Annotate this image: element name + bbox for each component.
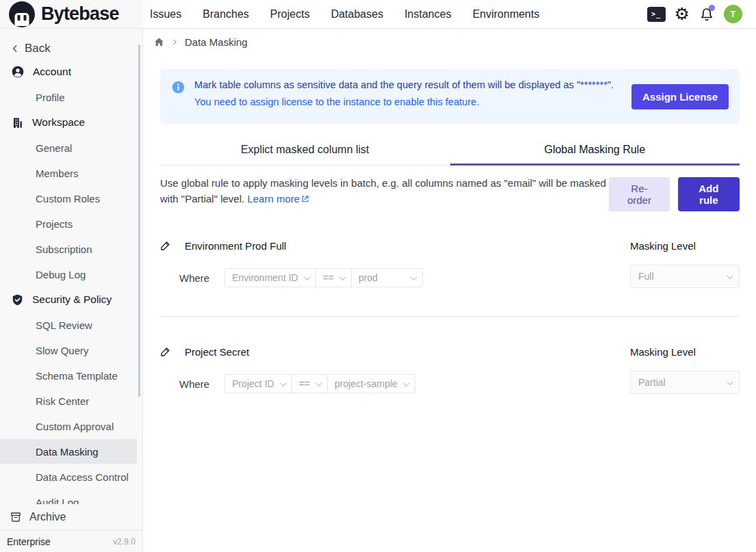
chevron-down-icon bbox=[410, 274, 417, 280]
sidebar-item-schema-template[interactable]: Schema Template bbox=[0, 363, 142, 388]
sidebar-item-custom-roles[interactable]: Custom Roles bbox=[0, 186, 142, 211]
archive-icon bbox=[10, 511, 22, 523]
sidebar-item-projects[interactable]: Projects bbox=[0, 211, 142, 236]
nav-item-databases[interactable]: Databases bbox=[331, 8, 384, 21]
rule-project-secret: Project Secret Where Project ID == bbox=[160, 345, 740, 394]
chevron-down-icon bbox=[403, 380, 410, 386]
nav-links: Issues Branches Projects Databases Insta… bbox=[143, 0, 539, 28]
notification-bell[interactable] bbox=[699, 6, 715, 23]
brand-name: Bytebase bbox=[41, 3, 119, 25]
learn-more-link[interactable]: Learn more bbox=[247, 193, 309, 205]
breadcrumb: Data Masking bbox=[144, 29, 756, 55]
nav-item-issues[interactable]: Issues bbox=[150, 8, 181, 21]
nav-item-environments[interactable]: Environments bbox=[473, 8, 540, 21]
masking-rules-list: Environment Prod Full Where Environment … bbox=[160, 239, 740, 394]
archive-label: Archive bbox=[29, 511, 66, 523]
sidebar-group-security-policy: Security & Policy bbox=[0, 287, 142, 312]
gear-icon[interactable]: ⚙ bbox=[675, 5, 690, 23]
sidebar-item-debug-log[interactable]: Debug Log bbox=[0, 262, 142, 287]
back-label: Back bbox=[25, 42, 51, 55]
condition-group: Environment ID == prod bbox=[224, 268, 423, 287]
add-rule-button[interactable]: Add rule bbox=[678, 177, 740, 211]
version-label: v2.9.0 bbox=[113, 537, 135, 547]
condition-operator-select[interactable]: == bbox=[315, 269, 351, 287]
home-icon[interactable] bbox=[153, 36, 165, 48]
page-body: Mark table columns as sensitive data and… bbox=[144, 69, 756, 394]
sidebar-item-data-access-control[interactable]: Data Access Control bbox=[0, 464, 142, 489]
sidebar-item-profile[interactable]: Profile bbox=[0, 85, 142, 109]
info-icon bbox=[171, 80, 185, 94]
masking-tabs: Explict masked column list Global Maskin… bbox=[160, 137, 740, 166]
tab-global-masking-rule[interactable]: Global Masking Rule bbox=[450, 137, 740, 166]
condition-value-select[interactable]: project-sample bbox=[327, 375, 415, 393]
settings-sidebar: Back Account Profile Workspace General bbox=[0, 29, 143, 552]
sidebar-item-data-masking[interactable]: Data Masking bbox=[0, 439, 137, 464]
avatar[interactable]: T bbox=[724, 5, 742, 23]
brand-logo[interactable]: Bytebase bbox=[0, 0, 143, 28]
masking-level-select[interactable]: Partial bbox=[630, 371, 740, 394]
sidebar-item-archive[interactable]: Archive bbox=[0, 504, 142, 530]
building-icon bbox=[11, 116, 24, 129]
sidebar-item-members[interactable]: Members bbox=[0, 161, 142, 185]
condition-operator-select[interactable]: == bbox=[291, 375, 327, 393]
sidebar-item-custom-approval[interactable]: Custom Approval bbox=[0, 414, 142, 438]
chevron-down-icon bbox=[727, 272, 733, 279]
sql-editor-icon[interactable]: >_ bbox=[647, 7, 666, 22]
breadcrumb-page: Data Masking bbox=[185, 36, 248, 48]
plan-badge: Enterprise bbox=[7, 536, 51, 547]
external-link-icon bbox=[301, 195, 309, 203]
rule-title: Project Secret bbox=[185, 346, 249, 358]
masking-level-label: Masking Level bbox=[630, 239, 740, 252]
nav-item-branches[interactable]: Branches bbox=[203, 8, 249, 21]
masking-level-select[interactable]: Full bbox=[630, 265, 740, 288]
group-label: Account bbox=[33, 66, 71, 78]
license-banner: Mark table columns as sensitive data and… bbox=[160, 69, 740, 124]
top-navigation: Bytebase Issues Branches Projects Databa… bbox=[0, 0, 756, 29]
banner-submessage: You need to assign license to the instan… bbox=[194, 96, 622, 107]
sidebar-item-audit-log[interactable]: Audit Log bbox=[0, 490, 142, 504]
rules-toolbar: Use global rule to apply masking levels … bbox=[160, 175, 740, 211]
sidebar-scroll-area: Back Account Profile Workspace General bbox=[0, 29, 142, 504]
condition-field-select[interactable]: Project ID bbox=[225, 375, 291, 393]
edit-pencil-icon[interactable] bbox=[160, 240, 171, 251]
sidebar-item-subscription[interactable]: Subscription bbox=[0, 237, 142, 261]
shield-check-icon bbox=[11, 293, 24, 306]
sidebar-footer: Enterprise v2.9.0 bbox=[0, 530, 142, 552]
assign-license-button[interactable]: Assign License bbox=[631, 84, 729, 109]
user-icon bbox=[11, 65, 25, 79]
chevron-right-icon bbox=[171, 38, 179, 46]
bytebase-logo-icon bbox=[9, 1, 35, 27]
chevron-down-icon bbox=[280, 380, 287, 386]
bytebase-app: Bytebase Issues Branches Projects Databa… bbox=[0, 0, 756, 552]
chevron-left-icon bbox=[10, 43, 21, 54]
nav-right-actions: >_ ⚙ T bbox=[647, 0, 756, 28]
sidebar-item-sql-review[interactable]: SQL Review bbox=[0, 313, 142, 337]
rule-title: Environment Prod Full bbox=[185, 240, 286, 252]
masking-level-label: Masking Level bbox=[630, 345, 740, 358]
condition-group: Project ID == project-sample bbox=[224, 374, 415, 393]
tab-explicit-masked-column-list[interactable]: Explict masked column list bbox=[160, 137, 450, 166]
sidebar-item-slow-query[interactable]: Slow Query bbox=[0, 338, 142, 363]
back-button[interactable]: Back bbox=[0, 38, 142, 59]
chevron-down-icon bbox=[339, 274, 346, 280]
where-label: Where bbox=[179, 272, 209, 284]
sidebar-group-workspace: Workspace bbox=[0, 110, 142, 135]
condition-value-select[interactable]: prod bbox=[351, 269, 422, 287]
condition-field-select[interactable]: Environment ID bbox=[225, 269, 315, 287]
nav-item-projects[interactable]: Projects bbox=[270, 8, 310, 21]
reorder-button[interactable]: Re-order bbox=[609, 177, 670, 211]
sidebar-scrollbar[interactable] bbox=[138, 44, 140, 397]
group-label: Security & Policy bbox=[32, 293, 112, 306]
rule-environment-prod-full: Environment Prod Full Where Environment … bbox=[160, 239, 740, 288]
banner-message: Mark table columns as sensitive data and… bbox=[194, 79, 622, 90]
main-content: Data Masking Mark table columns as sensi… bbox=[144, 29, 756, 552]
edit-pencil-icon[interactable] bbox=[160, 346, 171, 357]
nav-item-instances[interactable]: Instances bbox=[404, 8, 451, 21]
rule-divider bbox=[160, 316, 740, 317]
notification-dot bbox=[709, 5, 715, 11]
sidebar-item-general[interactable]: General bbox=[0, 135, 142, 160]
chevron-down-icon bbox=[315, 380, 322, 386]
sidebar-item-risk-center[interactable]: Risk Center bbox=[0, 389, 142, 413]
chevron-down-icon bbox=[727, 378, 733, 385]
group-label: Workspace bbox=[32, 116, 85, 129]
